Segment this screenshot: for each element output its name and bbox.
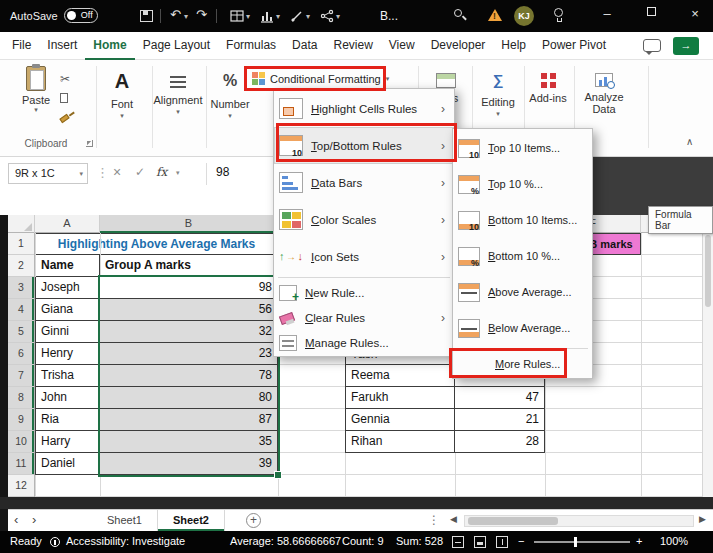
cell-name-john[interactable]: John — [35, 387, 100, 409]
tab-power-pivot[interactable]: Power Pivot — [534, 32, 614, 60]
save-icon[interactable] — [140, 10, 153, 22]
pen-tool-button[interactable] — [290, 9, 304, 23]
cell-name-giana[interactable]: Giana — [35, 299, 100, 321]
autosave-control[interactable]: AutoSave Off — [10, 8, 98, 23]
menu-item-new-rule[interactable]: New Rule... — [274, 280, 454, 305]
minimize-button[interactable]: – — [592, 2, 622, 26]
row-header-9[interactable]: 9 — [8, 409, 34, 431]
row-header-2[interactable]: 2 — [8, 255, 34, 277]
menu-item-top-bottom-rules[interactable]: Top/Bottom Rules› — [274, 127, 454, 164]
menu-item-manage-rules[interactable]: Manage Rules... — [274, 330, 454, 355]
avatar[interactable]: KJ — [514, 6, 534, 26]
chart-tool-button[interactable] — [260, 9, 274, 23]
sheet-nav-right-icon[interactable]: › — [32, 512, 36, 527]
tab-page-layout[interactable]: Page Layout — [135, 32, 218, 60]
enter-icon[interactable]: ✓ — [135, 165, 145, 179]
cell-header-name[interactable]: Name — [35, 255, 100, 277]
cell-name-ginni[interactable]: Ginni — [35, 321, 100, 343]
tab-options-icon[interactable]: ⋮ — [428, 513, 440, 527]
collapse-ribbon-icon[interactable]: ∧ — [686, 136, 693, 147]
vertical-scrollbar[interactable] — [702, 233, 713, 497]
tab-home[interactable]: Home — [85, 32, 134, 60]
page-layout-view-icon[interactable] — [474, 536, 486, 548]
row-header-4[interactable]: 4 — [8, 299, 34, 321]
submenu-item-bottom-10[interactable]: Bottom 10 %... — [453, 238, 592, 274]
cell-mark-daniel[interactable]: 39 — [100, 453, 278, 475]
paste-button[interactable]: Paste ▾ — [14, 65, 58, 127]
cell-mark-giana[interactable]: 56 — [100, 299, 278, 321]
row-header-6[interactable]: 6 — [8, 343, 34, 365]
lightbulb-icon[interactable] — [554, 8, 563, 17]
cell-name-joseph[interactable]: Joseph — [35, 277, 100, 299]
horizontal-scrollbar[interactable] — [464, 515, 694, 527]
cell-title-a1[interactable]: Highlighting Above Average Marks — [35, 233, 278, 255]
menu-item-icon-sets[interactable]: →Icon Sets› — [274, 238, 454, 275]
cell-mark-henry[interactable]: 23 — [100, 343, 278, 365]
zoom-out-icon[interactable]: − — [518, 535, 524, 547]
clipboard-dialog-launcher[interactable] — [86, 140, 93, 147]
nodes-tool-button[interactable] — [320, 9, 334, 23]
cell-mark-john[interactable]: 80 — [100, 387, 278, 409]
font-group-button[interactable]: A Font ▾ — [98, 68, 146, 120]
select-all-corner[interactable] — [8, 215, 35, 233]
cell-mark-ginni[interactable]: 32 — [100, 321, 278, 343]
sheet-nav-left-icon[interactable]: ‹ — [14, 512, 18, 527]
col-header-b[interactable]: B — [100, 215, 278, 233]
cell-name-trisha[interactable]: Trisha — [35, 365, 100, 387]
add-sheet-button[interactable]: + — [246, 513, 261, 528]
zoom-level[interactable]: 100% — [660, 535, 688, 547]
cell-name-farukh[interactable]: Farukh — [345, 387, 455, 409]
tab-file[interactable]: File — [4, 32, 39, 60]
hscroll-left-icon[interactable]: ◀ — [450, 514, 457, 524]
row-header-3[interactable]: 3 — [8, 277, 34, 299]
horizontal-scrollbar-thumb[interactable] — [468, 517, 558, 525]
normal-view-icon[interactable] — [452, 536, 464, 548]
number-group-button[interactable]: % Number ▾ — [207, 68, 253, 120]
cell-name-henry[interactable]: Henry — [35, 343, 100, 365]
cell-name-rihan[interactable]: Rihan — [345, 431, 455, 453]
tab-review[interactable]: Review — [325, 32, 380, 60]
sheet-tab-sheet1[interactable]: Sheet1 — [92, 510, 158, 531]
maximize-button[interactable] — [636, 0, 666, 24]
cell-mark-joseph[interactable]: 98 — [100, 277, 278, 299]
row-header-10[interactable]: 10 — [8, 431, 34, 453]
insert-function-icon[interactable]: fx — [156, 165, 167, 179]
vertical-scrollbar-thumb[interactable] — [705, 235, 711, 307]
menu-item-data-bars[interactable]: Data Bars› — [274, 164, 454, 201]
sheet-tab-sheet2[interactable]: Sheet2 — [158, 510, 225, 531]
submenu-item-more-rules[interactable]: More Rules... — [453, 351, 592, 377]
zoom-slider[interactable] — [534, 541, 630, 543]
submenu-item-bottom-10-items[interactable]: Bottom 10 Items... — [453, 202, 592, 238]
zoom-in-icon[interactable]: + — [636, 535, 642, 547]
cell-name-daniel[interactable]: Daniel — [35, 453, 100, 475]
zoom-slider-thumb[interactable] — [574, 537, 577, 547]
row-header-5[interactable]: 5 — [8, 321, 34, 343]
cell-name-gennia[interactable]: Gennia — [345, 409, 455, 431]
submenu-item-below-average[interactable]: Below Average... — [453, 310, 592, 346]
undo-button[interactable]: ↶ — [170, 7, 181, 23]
conditional-formatting-button[interactable]: Conditional Formatting ▾ — [248, 68, 393, 89]
accessibility-status[interactable]: Accessibility: Investigate — [66, 535, 185, 547]
menu-item-color-scales[interactable]: Color Scales› — [274, 201, 454, 238]
cell-name-reema[interactable]: Reema — [345, 365, 455, 387]
submenu-item-top-10[interactable]: Top 10 %... — [453, 166, 592, 202]
cell-name-ria[interactable]: Ria — [35, 409, 100, 431]
cell-mark-harry[interactable]: 35 — [100, 431, 278, 453]
cell-mark-trisha[interactable]: 78 — [100, 365, 278, 387]
hscroll-right-icon[interactable]: ▶ — [699, 514, 706, 524]
format-painter-button[interactable] — [60, 110, 69, 124]
row-header-1[interactable]: 1 — [8, 233, 34, 255]
row-header-11[interactable]: 11 — [8, 453, 34, 475]
search-icon[interactable] — [454, 9, 462, 17]
submenu-item-above-average[interactable]: Above Average... — [453, 274, 592, 310]
tab-formulas[interactable]: Formulas — [218, 32, 284, 60]
cell-name-harry[interactable]: Harry — [35, 431, 100, 453]
cell-mark-rihan[interactable]: 28 — [455, 431, 545, 453]
row-header-12[interactable]: 12 — [8, 475, 34, 497]
tab-view[interactable]: View — [381, 32, 423, 60]
row-header-8[interactable]: 8 — [8, 387, 34, 409]
drag-handle-icon[interactable]: ⋮ — [96, 165, 109, 180]
name-box[interactable]: 9R x 1C ▾ — [8, 163, 88, 184]
analyze-data-button[interactable]: Analyze Data — [576, 68, 632, 115]
cut-button[interactable]: ✂ — [60, 72, 70, 86]
